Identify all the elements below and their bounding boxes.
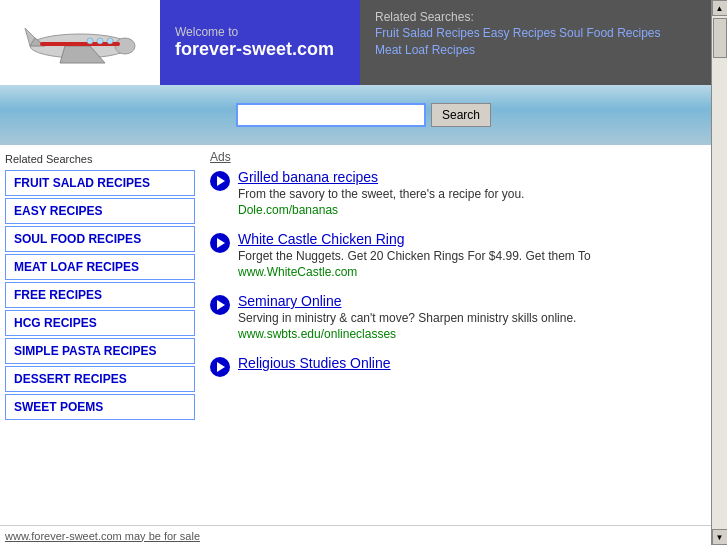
ads-label[interactable]: Ads xyxy=(210,150,717,164)
ad-item-grilled: Grilled banana recipes From the savory t… xyxy=(210,169,717,217)
plane-icon xyxy=(20,8,140,78)
logo-area xyxy=(0,0,160,85)
main-content: Related Searches FRUIT SALAD RECIPES EAS… xyxy=(0,145,727,515)
scroll-track xyxy=(712,16,727,529)
scroll-thumb[interactable] xyxy=(713,18,727,58)
related-label: Related Searches: xyxy=(375,10,474,24)
ad-item-seminary: Seminary Online Serving in ministry & ca… xyxy=(210,293,717,341)
domain-text: forever-sweet.com xyxy=(175,39,345,60)
ad-content-3: Seminary Online Serving in ministry & ca… xyxy=(238,293,717,341)
ad-content-4: Religious Studies Online xyxy=(238,355,717,371)
ad-title-1[interactable]: Grilled banana recipes xyxy=(238,169,717,185)
sidebar-item-fruit-salad[interactable]: FRUIT SALAD RECIPES xyxy=(5,170,195,196)
svg-point-7 xyxy=(97,38,103,44)
sidebar-item-easy[interactable]: EASY RECIPES xyxy=(5,198,195,224)
ad-desc-2: Forget the Nuggets. Get 20 Chicken Rings… xyxy=(238,249,717,263)
related-links: Fruit Salad Recipes Easy Recipes Soul Fo… xyxy=(375,26,712,57)
header-related: Related Searches: Fruit Salad Recipes Ea… xyxy=(360,0,727,85)
ad-icon-1 xyxy=(210,171,230,191)
sky-banner: Search xyxy=(0,85,727,145)
ad-url-1[interactable]: Dole.com/bananas xyxy=(238,203,717,217)
related-link-meat[interactable]: Meat Loaf Recipes xyxy=(375,43,475,57)
ad-icon-2 xyxy=(210,233,230,253)
ad-content-1: Grilled banana recipes From the savory t… xyxy=(238,169,717,217)
related-link-soul[interactable]: Soul Food Recipes xyxy=(559,26,660,40)
sidebar-item-pasta[interactable]: SIMPLE PASTA RECIPES xyxy=(5,338,195,364)
search-input[interactable] xyxy=(236,103,426,127)
scrollbar: ▲ ▼ xyxy=(711,0,727,545)
footer-text: www.forever-sweet.com may be for sale xyxy=(5,530,200,542)
footer-link[interactable]: www.forever-sweet.com may be for sale xyxy=(5,530,200,542)
related-link-easy[interactable]: Easy Recipes xyxy=(483,26,556,40)
search-bar: Search xyxy=(236,103,491,127)
welcome-text: Welcome to xyxy=(175,25,345,39)
ad-icon-3 xyxy=(210,295,230,315)
ad-title-3[interactable]: Seminary Online xyxy=(238,293,717,309)
ad-desc-3: Serving in ministry & can't move? Sharpe… xyxy=(238,311,717,325)
sidebar: Related Searches FRUIT SALAD RECIPES EAS… xyxy=(0,145,200,515)
brand-area: Welcome to forever-sweet.com xyxy=(160,0,360,85)
ad-icon-4 xyxy=(210,357,230,377)
ads-area: Ads Grilled banana recipes From the savo… xyxy=(200,145,727,515)
svg-point-8 xyxy=(107,38,113,44)
ad-item-whitecastle: White Castle Chicken Ring Forget the Nug… xyxy=(210,231,717,279)
sidebar-item-dessert[interactable]: DESSERT RECIPES xyxy=(5,366,195,392)
sidebar-item-poems[interactable]: SWEET POEMS xyxy=(5,394,195,420)
sidebar-title: Related Searches xyxy=(5,153,195,165)
sidebar-item-meat-loaf[interactable]: MEAT LOAF RECIPES xyxy=(5,254,195,280)
sidebar-item-hcg[interactable]: HCG RECIPES xyxy=(5,310,195,336)
search-button[interactable]: Search xyxy=(431,103,491,127)
related-link-fruit[interactable]: Fruit Salad Recipes xyxy=(375,26,480,40)
footer: www.forever-sweet.com may be for sale xyxy=(0,525,711,545)
sidebar-item-free[interactable]: FREE RECIPES xyxy=(5,282,195,308)
scroll-down-button[interactable]: ▼ xyxy=(712,529,728,545)
ad-title-4[interactable]: Religious Studies Online xyxy=(238,355,717,371)
ad-desc-1: From the savory to the sweet, there's a … xyxy=(238,187,717,201)
ad-url-2[interactable]: www.WhiteCastle.com xyxy=(238,265,717,279)
ad-title-2[interactable]: White Castle Chicken Ring xyxy=(238,231,717,247)
sidebar-item-soul-food[interactable]: SOUL FOOD RECIPES xyxy=(5,226,195,252)
ad-url-3[interactable]: www.swbts.edu/onlineclasses xyxy=(238,327,717,341)
ad-item-religious: Religious Studies Online xyxy=(210,355,717,377)
scroll-up-button[interactable]: ▲ xyxy=(712,0,728,16)
header: Welcome to forever-sweet.com Related Sea… xyxy=(0,0,727,85)
ad-content-2: White Castle Chicken Ring Forget the Nug… xyxy=(238,231,717,279)
svg-point-6 xyxy=(87,38,93,44)
